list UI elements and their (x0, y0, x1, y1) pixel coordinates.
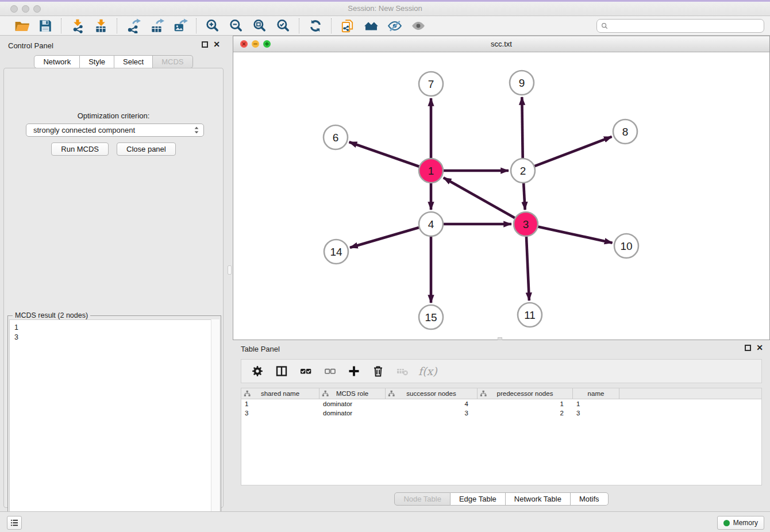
memory-label: Memory (733, 519, 758, 527)
cell-successor-nodes[interactable]: 3 (386, 408, 478, 418)
zoom-in-button[interactable] (205, 18, 220, 33)
column-header-successor-nodes[interactable]: successor nodes (386, 388, 478, 399)
graph-node-3[interactable]: 3 (514, 212, 538, 236)
hierarchy-icon (480, 390, 487, 397)
check-pair-button[interactable] (298, 364, 313, 379)
zoom-selected-button[interactable] (275, 18, 291, 33)
trash-button[interactable] (370, 364, 386, 379)
cell-shared-name[interactable]: 3 (241, 408, 319, 418)
graph-node-4[interactable]: 4 (419, 212, 443, 236)
cell-predecessor-nodes[interactable]: 1 (478, 399, 573, 408)
duplicate-network-button[interactable] (340, 18, 355, 33)
import-table-button[interactable] (93, 18, 109, 33)
graph-edge-2-3[interactable] (523, 182, 525, 210)
tab-style[interactable]: Style (80, 55, 114, 68)
cell-predecessor-nodes[interactable]: 2 (478, 408, 573, 418)
svg-text:2: 2 (520, 165, 526, 177)
result-scrollbar[interactable] (211, 319, 220, 532)
column-label: name (588, 390, 605, 397)
export-network-icon (126, 18, 141, 33)
column-header-shared-name[interactable]: shared name (241, 388, 319, 399)
column-header-MCDS-role[interactable]: MCDS role (319, 388, 386, 399)
export-image-button[interactable] (172, 18, 188, 33)
column-header-predecessor-nodes[interactable]: predecessor nodes (478, 388, 573, 399)
graph-node-15[interactable]: 15 (419, 305, 443, 329)
hide-eye-icon (387, 18, 402, 33)
fx-button[interactable]: f(x) (418, 365, 437, 377)
export-table-button[interactable] (149, 18, 164, 33)
zoom-in-icon (205, 18, 220, 33)
cell-MCDS-role[interactable]: dominator (319, 408, 386, 418)
close-table-panel-icon[interactable]: ✕ (756, 345, 763, 351)
tab-network[interactable]: Network (34, 55, 80, 68)
control-panel: Control Panel ✕ NetworkStyleSelectMCDS O… (0, 36, 227, 511)
tab-node-table[interactable]: Node Table (394, 492, 451, 506)
graph-node-7[interactable]: 7 (419, 72, 443, 96)
criterion-select[interactable]: strongly connected component (26, 124, 204, 137)
refresh-view-button[interactable] (307, 18, 323, 33)
graph-edge-3-10[interactable] (537, 226, 613, 243)
graph-node-9[interactable]: 9 (510, 71, 534, 95)
tab-mcds[interactable]: MCDS (153, 55, 192, 68)
graph-node-8[interactable]: 8 (613, 119, 637, 144)
mcds-result-textarea[interactable]: 1 3 (9, 319, 220, 532)
cell-name[interactable]: 1 (573, 399, 619, 408)
mcds-result-title: MCDS result (2 nodes) (13, 311, 90, 319)
hide-eye-button[interactable] (387, 18, 402, 33)
graph-node-11[interactable]: 11 (518, 303, 542, 327)
columns-button[interactable] (274, 364, 289, 379)
graph-edge-3-1[interactable] (444, 178, 517, 218)
import-network-button[interactable] (70, 18, 85, 33)
add-row-button[interactable] (346, 364, 361, 379)
zoom-fit-button[interactable] (252, 18, 267, 33)
network-window-titlebar[interactable]: scc.txt (233, 36, 769, 52)
search-input[interactable] (609, 20, 764, 32)
uncheck-pair-button[interactable] (322, 364, 337, 379)
memory-button[interactable]: Memory (717, 516, 764, 530)
graph-node-2[interactable]: 2 (511, 159, 535, 183)
svg-text:4: 4 (428, 218, 434, 230)
divider-grip[interactable] (228, 265, 232, 275)
graph-edge-2-8[interactable] (533, 137, 612, 167)
graph-edge-3-11[interactable] (526, 235, 529, 300)
svg-text:6: 6 (333, 132, 339, 144)
svg-text:3: 3 (523, 218, 529, 230)
graph-node-1[interactable]: 1 (419, 159, 443, 183)
graph-edge-1-6[interactable] (349, 142, 421, 167)
network-canvas[interactable]: 7968124314101511 (233, 52, 769, 340)
cell-successor-nodes[interactable]: 4 (386, 399, 478, 408)
zoom-out-button[interactable] (228, 18, 244, 33)
tab-network-table[interactable]: Network Table (506, 492, 571, 506)
close-panel-icon[interactable]: ✕ (213, 41, 220, 48)
task-history-button[interactable] (7, 516, 22, 530)
columns-icon (275, 364, 288, 378)
hierarchy-icon (322, 390, 329, 397)
graph-node-6[interactable]: 6 (324, 125, 348, 149)
graph-node-10[interactable]: 10 (614, 234, 638, 258)
tab-edge-table[interactable]: Edge Table (451, 492, 506, 506)
graph-node-14[interactable]: 14 (324, 240, 348, 264)
cell-MCDS-role[interactable]: dominator (319, 399, 386, 408)
save-session-button[interactable] (37, 18, 53, 33)
float-panel-icon[interactable] (202, 41, 208, 48)
zoom-fit-icon (252, 18, 267, 33)
open-session-button[interactable] (14, 18, 29, 33)
houses-button[interactable] (363, 18, 379, 33)
search-field[interactable] (596, 19, 764, 33)
float-table-panel-icon[interactable] (745, 345, 751, 351)
tab-select[interactable]: Select (114, 55, 153, 68)
cell-name[interactable]: 3 (573, 408, 619, 418)
run-mcds-button[interactable]: Run MCDS (51, 142, 109, 156)
gear-button[interactable] (249, 364, 265, 379)
cell-shared-name[interactable]: 1 (241, 399, 319, 408)
show-eye-button[interactable] (410, 18, 426, 33)
delete-column-button[interactable] (394, 364, 410, 379)
column-header-name[interactable]: name (573, 388, 619, 399)
graph-edge-4-14[interactable] (350, 227, 421, 248)
graph-edge-2-9[interactable] (522, 97, 522, 160)
close-panel-button[interactable]: Close panel (117, 142, 176, 156)
tab-motifs[interactable]: Motifs (571, 492, 609, 506)
panel-divider[interactable] (227, 36, 233, 511)
window-title: Session: New Session (0, 4, 770, 13)
export-network-button[interactable] (125, 18, 141, 33)
